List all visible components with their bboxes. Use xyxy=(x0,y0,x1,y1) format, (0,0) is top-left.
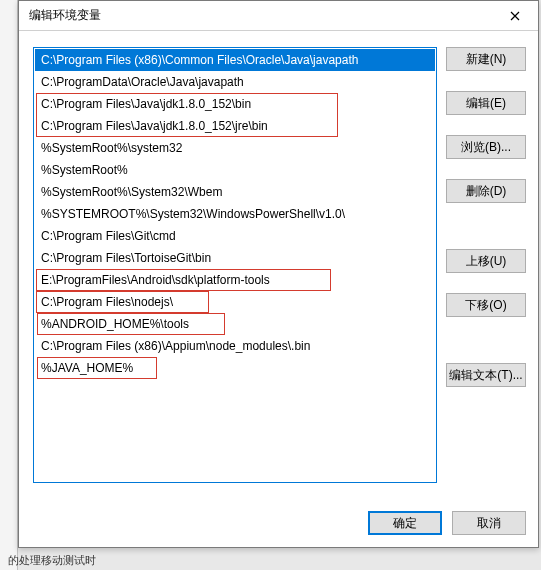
list-item[interactable]: %SystemRoot%\System32\Wbem xyxy=(35,181,435,203)
background-cut-text: 的处理移动测试时 xyxy=(8,553,96,568)
list-item[interactable]: C:\ProgramData\Oracle\Java\javapath xyxy=(35,71,435,93)
bottom-bar: 确定 取消 xyxy=(368,511,526,535)
list-item[interactable]: E:\ProgramFiles\Android\sdk\platform-too… xyxy=(35,269,435,291)
new-button[interactable]: 新建(N) xyxy=(446,47,526,71)
moveup-button[interactable]: 上移(U) xyxy=(446,249,526,273)
browse-button[interactable]: 浏览(B)... xyxy=(446,135,526,159)
background-peek xyxy=(0,0,18,570)
list-item[interactable]: C:\Program Files\TortoiseGit\bin xyxy=(35,247,435,269)
path-listbox[interactable]: C:\Program Files (x86)\Common Files\Orac… xyxy=(33,47,437,483)
edittext-button[interactable]: 编辑文本(T)... xyxy=(446,363,526,387)
list-item[interactable]: %SystemRoot%\system32 xyxy=(35,137,435,159)
close-button[interactable] xyxy=(500,5,530,27)
movedown-button[interactable]: 下移(O) xyxy=(446,293,526,317)
list-item[interactable]: C:\Program Files\Java\jdk1.8.0_152\bin xyxy=(35,93,435,115)
list-item[interactable]: C:\Program Files (x86)\Common Files\Orac… xyxy=(35,49,435,71)
cancel-button[interactable]: 取消 xyxy=(452,511,526,535)
titlebar: 编辑环境变量 xyxy=(19,1,538,31)
list-item[interactable]: %SystemRoot% xyxy=(35,159,435,181)
list-item[interactable]: C:\Program Files\nodejs\ xyxy=(35,291,435,313)
list-item[interactable]: C:\Program Files\Git\cmd xyxy=(35,225,435,247)
dialog-content: C:\Program Files (x86)\Common Files\Orac… xyxy=(19,31,538,547)
list-item[interactable]: C:\Program Files\Java\jdk1.8.0_152\jre\b… xyxy=(35,115,435,137)
ok-button[interactable]: 确定 xyxy=(368,511,442,535)
list-item[interactable]: %SYSTEMROOT%\System32\WindowsPowerShell\… xyxy=(35,203,435,225)
delete-button[interactable]: 删除(D) xyxy=(446,179,526,203)
close-icon xyxy=(510,11,520,21)
edit-button[interactable]: 编辑(E) xyxy=(446,91,526,115)
list-item[interactable]: %ANDROID_HOME%\tools xyxy=(35,313,435,335)
dialog-window: 编辑环境变量 C:\Program Files (x86)\Common Fil… xyxy=(18,0,539,548)
list-item[interactable]: C:\Program Files (x86)\Appium\node_modul… xyxy=(35,335,435,357)
side-buttons: 新建(N) 编辑(E) 浏览(B)... 删除(D) 上移(U) 下移(O) 编… xyxy=(446,47,526,387)
list-item[interactable]: %JAVA_HOME% xyxy=(35,357,435,379)
window-title: 编辑环境变量 xyxy=(29,7,101,24)
